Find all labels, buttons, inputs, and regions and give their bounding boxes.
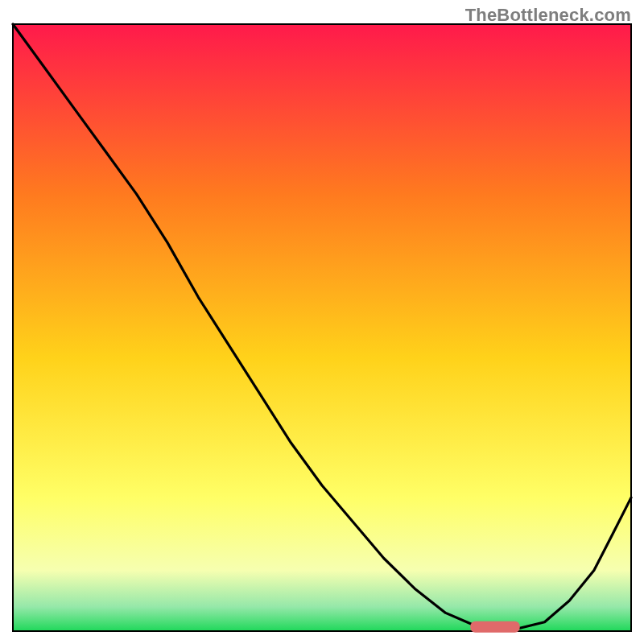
optimal-marker xyxy=(470,621,519,633)
plot-background xyxy=(13,24,631,631)
watermark-label: TheBottleneck.com xyxy=(465,5,631,26)
bottleneck-chart xyxy=(0,0,644,644)
